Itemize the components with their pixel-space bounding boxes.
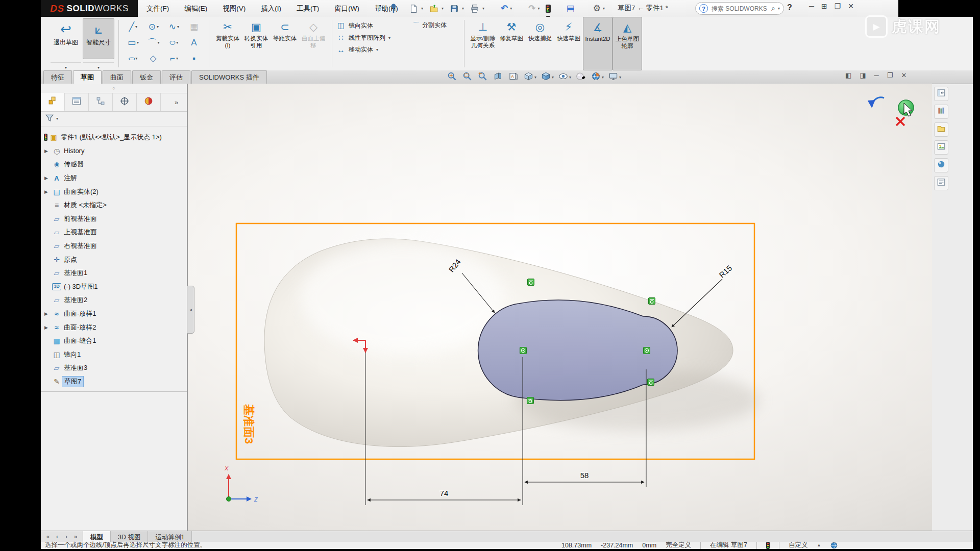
zoom-fit[interactable] [447, 71, 458, 83]
feature-tree-item[interactable]: ▱ 基准面1 [41, 266, 187, 280]
status-custom-toolbar[interactable]: 自定义 [789, 541, 808, 549]
sketch-entity-button[interactable]: ╱▾ [123, 19, 143, 35]
expand-arrow-icon[interactable]: ▶ [44, 148, 50, 154]
tab-configuration-manager[interactable] [89, 93, 113, 111]
quick-access-button[interactable]: ↷▾ [518, 3, 540, 15]
smart-dimension-button[interactable]: ⟀ 智能尺寸 ▾ [83, 18, 114, 59]
ribbon-stack-button[interactable]: ↔ 移动实体 ▾ [336, 45, 413, 54]
display-style[interactable]: ▾ [541, 71, 554, 83]
window-control-button[interactable]: ⊞ [821, 2, 827, 10]
quick-access-button[interactable]: ▤ [556, 3, 577, 15]
file[interactable]: ▾ [408, 3, 424, 15]
confirmation-corner[interactable] [872, 97, 914, 126]
sketch-entity-button[interactable]: ▭▾ [123, 35, 143, 51]
tab-display-manager[interactable] [137, 93, 161, 111]
hide-items[interactable]: ▾ [558, 71, 571, 83]
feature-tree-item[interactable]: 3D (-) 3D草图1 [41, 280, 187, 294]
menu-item[interactable]: 工具(T) [296, 3, 320, 14]
feature-tree-item[interactable]: ▶ ≈ 曲面-放样1 [41, 307, 187, 321]
doc-window-button[interactable]: ✕ [901, 71, 906, 79]
ribbon-right-button[interactable]: ◭ 上色草图轮廓 [612, 17, 642, 70]
sketch-entity-button[interactable]: ⌐▾ [164, 51, 184, 66]
doc-window-button[interactable]: ◧ [845, 71, 851, 79]
tab-nav-button[interactable]: « [44, 533, 52, 540]
feature-tree-item[interactable]: ◫ 镜向1 [41, 348, 187, 362]
ribbon-right-button[interactable]: ◎ 快速捕捉 [526, 17, 554, 70]
sketch-entity-button[interactable]: ∿▾ [164, 19, 184, 35]
search-icon[interactable]: ⌕ [771, 4, 775, 13]
sketch-entity-button[interactable]: ○▾ [164, 35, 184, 51]
expand-arrow-icon[interactable]: ▶ [44, 311, 50, 316]
ribbon-tool-button[interactable]: ◇ 曲面上偏移 [299, 17, 328, 70]
tp-library[interactable] [934, 105, 948, 119]
expand-arrow-icon[interactable]: ▶ [44, 176, 50, 181]
search-input[interactable] [710, 5, 769, 13]
panel-chevron-icon[interactable]: » [169, 93, 183, 111]
feature-tree-item[interactable]: ▱ 基准面2 [41, 293, 187, 307]
fopen[interactable]: ▾ [429, 3, 444, 15]
ribbon-stack-button[interactable]: ∷ 线性草图阵列 ▾ [336, 33, 413, 42]
feature-tree-item[interactable]: ▶ ≈ 曲面-放样2 [41, 320, 187, 334]
tab-nav-button[interactable]: › [62, 533, 70, 540]
smart-dimension-dropdown[interactable]: ▾ [83, 62, 114, 70]
sketch-entity-button[interactable]: ⌒▾ [143, 35, 164, 51]
feature-tree-item[interactable]: ✛ 原点 [41, 253, 187, 266]
expand-arrow-icon[interactable]: ▶ [44, 189, 50, 194]
tab-dimxpert[interactable] [113, 93, 137, 111]
tab-nav-button[interactable]: » [71, 533, 80, 540]
command-tab[interactable]: 草图 [73, 70, 102, 84]
feature-tree-item[interactable]: ▱ 基准面3 [41, 361, 187, 375]
apply-scene[interactable]: ▾ [591, 71, 604, 83]
menu-item[interactable]: 视图(V) [222, 3, 247, 14]
expand-arrow-icon[interactable]: ▶ [44, 325, 50, 330]
search-dropdown-icon[interactable]: ▾ [778, 6, 780, 11]
quick-access-button[interactable]: ⚙▾ [582, 3, 605, 15]
feature-tree-item[interactable]: ▶ ◷ History [41, 144, 187, 158]
cancel-sketch-button[interactable] [896, 117, 904, 126]
filter-funnel-icon[interactable] [45, 113, 54, 124]
menu-item[interactable]: 窗口(W) [333, 3, 360, 14]
exit-sketch-corner-icon[interactable] [872, 97, 884, 107]
doc-window-button[interactable]: ◨ [860, 71, 866, 79]
filter-dropdown-icon[interactable]: ▾ [56, 116, 58, 121]
dimension-58[interactable]: 58 [525, 471, 644, 482]
dimension-74[interactable]: 74 [368, 489, 521, 500]
tp-properties[interactable] [934, 176, 948, 190]
feature-tree-item[interactable]: ≡ 材质 <未指定> [41, 198, 187, 212]
sketch-entity-button[interactable]: ○▾ [123, 51, 143, 66]
tp-folder[interactable] [934, 122, 948, 137]
ribbon-tool-button[interactable]: ▣ 转换实体引用 [242, 17, 271, 70]
window-control-button[interactable]: ❐ [835, 2, 841, 10]
ribbon-stack-button[interactable]: ◫ 镜向实体 [336, 21, 413, 30]
feature-tree-item[interactable]: ✎ 草图7 [41, 375, 187, 389]
command-tab[interactable]: 评估 [162, 70, 190, 84]
sketch-entity-button[interactable]: ▦ [184, 19, 205, 35]
feature-tree-item[interactable]: ▶ A 注解 [41, 171, 187, 185]
exit-sketch-button[interactable]: ↩ 退出草图 ▾ [50, 18, 82, 59]
sketch-entity-button[interactable]: ◇ [143, 51, 164, 66]
window-control-button[interactable]: ─ [809, 2, 814, 10]
section-view[interactable] [493, 71, 504, 83]
exit-sketch-dropdown[interactable]: ▾ [51, 62, 81, 70]
previous-view[interactable] [478, 71, 488, 83]
feature-tree-item[interactable]: ▱ 右视基准面 [41, 239, 187, 253]
command-tab[interactable]: SOLIDWORKS 插件 [191, 70, 267, 84]
help-button[interactable]: ? [787, 3, 792, 12]
feature-tree-item[interactable]: ▶ ▤ 曲面实体(2) [41, 185, 187, 198]
quick-access-button[interactable]: ↶▾ [490, 3, 512, 15]
tab-property-manager[interactable] [65, 93, 89, 111]
save[interactable]: ▾ [449, 3, 464, 15]
panel-collapse-handle[interactable]: ◂ [187, 286, 194, 334]
panel-splitter-handle[interactable]: ○ [41, 84, 187, 93]
command-tab[interactable]: 钣金 [132, 70, 161, 84]
menu-item[interactable]: 编辑(E) [183, 3, 208, 14]
view-3d[interactable]: A [508, 71, 519, 83]
doc-window-button[interactable]: ─ [874, 71, 879, 79]
doc-window-button[interactable]: ❐ [887, 71, 893, 79]
tp-panel[interactable] [934, 87, 948, 101]
sketch-entity-button[interactable]: ⊙▾ [143, 19, 164, 35]
command-tab[interactable]: 特征 [43, 70, 72, 84]
ribbon-right-button[interactable]: ⚡ 快速草图 [554, 17, 583, 70]
zoom-area[interactable] [462, 71, 473, 83]
sketch-entity-button[interactable]: ▪ [184, 51, 205, 66]
